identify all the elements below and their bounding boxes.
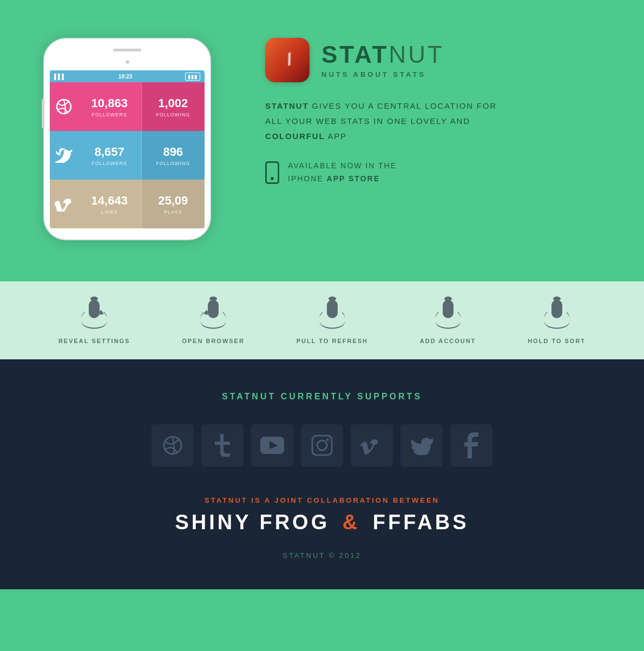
tumblr-social-icon (215, 434, 230, 457)
gestures-bar: REVEAL SETTINGS OPEN BROWSER PULL TO REF… (0, 281, 644, 359)
vimeo-icon (55, 196, 73, 212)
vimeo-plays-label: PLAYS (164, 209, 182, 215)
app-title-bold: STAT (321, 41, 389, 68)
app-icon: // (265, 38, 310, 82)
svg-rect-5 (208, 300, 219, 318)
dribbble-following-label: FOLLOWING (156, 112, 190, 117)
battery-icon: ▮▮▮ (185, 73, 200, 81)
app-tagline: NUTS ABOUT STATS (321, 70, 444, 78)
twitter-followers-cell: 8,657 FOLLOWERS (78, 131, 142, 180)
svg-rect-2 (89, 300, 100, 318)
dribbble-following-value: 1,002 (158, 96, 188, 110)
svg-text:TUBE: TUBE (273, 447, 284, 453)
gesture-sort-label: HOLD TO SORT (528, 338, 586, 344)
gesture-hold-sort: HOLD TO SORT (528, 297, 586, 344)
gesture-hold-icon (543, 297, 571, 330)
dribbble-following-cell: 1,002 FOLLOWING (142, 82, 205, 131)
phone-camera (126, 60, 129, 64)
clock: 18:23 (119, 74, 133, 80)
desc-statnut: STATNUT (265, 101, 308, 110)
gesture-add-label: ADD ACCOUNT (420, 338, 476, 344)
desc-app: APP (328, 131, 347, 141)
twitter-row: 8,657 FOLLOWERS 896 FOLLOWING (50, 131, 205, 180)
appstore-iphone: IPHONE (288, 174, 324, 183)
vimeo-row: 14,643 LIKES 25,09 PLAYS (50, 180, 205, 228)
social-icon-tumblr[interactable] (201, 424, 244, 466)
social-icon-facebook[interactable] (450, 424, 492, 466)
phone-outer: ▌▌▌ 18:23 ▮▮▮ 10,863 (43, 38, 211, 240)
dribbble-icon-cell (50, 82, 78, 131)
svg-point-16 (556, 309, 558, 311)
supports-title: STATNUT CURRENTLY SUPPORTS (43, 392, 601, 402)
twitter-icon (55, 148, 73, 163)
twitter-following-value: 896 (163, 145, 183, 159)
social-icon-instagram[interactable] (301, 424, 343, 466)
social-icon-twitter[interactable] (400, 424, 443, 466)
phone-mini-icon (265, 161, 279, 184)
vimeo-social-icon (360, 436, 384, 455)
svg-text:YOU: YOU (262, 447, 274, 453)
gesture-refresh-label: PULL TO REFRESH (297, 338, 368, 344)
gesture-pull-refresh: PULL TO REFRESH (297, 297, 368, 344)
status-bar: ▌▌▌ 18:23 ▮▮▮ (50, 70, 205, 82)
social-icon-youtube[interactable]: YOU TUBE (251, 424, 293, 466)
svg-marker-3 (100, 310, 104, 315)
social-icon-vimeo[interactable] (351, 424, 393, 466)
social-icons-row: YOU TUBE (43, 424, 601, 466)
phone-speaker (113, 49, 141, 51)
gesture-open-browser: OPEN BROWSER (182, 297, 245, 344)
signal-icon: ▌▌▌ (54, 74, 65, 80)
youtube-social-icon: YOU TUBE (260, 437, 284, 454)
appstore-link[interactable]: AVAILABLE NOW IN THE IPHONE APP STORE (265, 160, 601, 186)
hero-description: STATNUT GIVES YOU A CENTRAL LOCATION FOR… (265, 98, 503, 143)
vimeo-likes-value: 14,643 (91, 194, 128, 208)
dribbble-icon (56, 98, 72, 115)
social-icon-dribbble[interactable] (152, 424, 194, 466)
app-title-light: NUT (389, 41, 444, 68)
twitter-followers-value: 8,657 (95, 145, 124, 159)
gesture-browser-label: OPEN BROWSER (182, 338, 245, 344)
phone-top (50, 47, 205, 66)
appstore-text: AVAILABLE NOW IN THE IPHONE APP STORE (288, 160, 397, 186)
gesture-left-icon (199, 297, 227, 330)
svg-rect-22 (312, 436, 332, 455)
gesture-up-icon (434, 297, 462, 330)
dark-section: STATNUT CURRENTLY SUPPORTS YOU TUBE (0, 359, 644, 589)
gesture-reveal-settings: REVEAL SETTINGS (58, 297, 130, 344)
phone-screen: ▌▌▌ 18:23 ▮▮▮ 10,863 (50, 70, 205, 228)
twitter-following-label: FOLLOWING (156, 161, 190, 166)
gesture-right-icon (80, 297, 108, 330)
phone-side-button (42, 98, 44, 128)
collab-name2: FFFABS (373, 511, 469, 534)
vimeo-likes-label: LIKES (101, 209, 118, 215)
appstore-appstore: APP STORE (327, 174, 380, 183)
dribbble-social-icon (162, 435, 183, 456)
vimeo-icon-cell (50, 180, 78, 228)
phone-home-button (271, 177, 274, 180)
hero-content: // STATNUT NUTS ABOUT STATS STATNUT GIVE… (227, 32, 601, 186)
twitter-followers-label: FOLLOWERS (91, 161, 127, 166)
copyright: STATNUT © 2012 (43, 551, 601, 560)
svg-point-23 (317, 440, 327, 450)
brand-text-block: STATNUT NUTS ABOUT STATS (321, 42, 444, 78)
app-brand: // STATNUT NUTS ABOUT STATS (265, 38, 601, 82)
desc-colourful: COLOURFUL (265, 131, 325, 141)
facebook-social-icon (464, 432, 478, 458)
svg-point-24 (326, 439, 329, 442)
app-icon-marks: // (284, 51, 291, 69)
dribbble-row: 10,863 FOLLOWERS 1,002 FOLLOWING (50, 82, 205, 131)
collab-name1: SHINY FROG (175, 511, 330, 534)
collab-label: STATNUT IS A JOINT COLLABORATION BETWEEN (43, 496, 601, 504)
hero-section: ▌▌▌ 18:23 ▮▮▮ 10,863 (0, 0, 644, 281)
phone-mockup-container: ▌▌▌ 18:23 ▮▮▮ 10,863 (43, 32, 227, 240)
gesture-add-account: ADD ACCOUNT (420, 297, 476, 344)
gesture-down-icon (318, 297, 346, 330)
instagram-social-icon (311, 435, 333, 456)
vimeo-plays-value: 25,09 (158, 194, 188, 208)
vimeo-plays-cell: 25,09 PLAYS (142, 180, 205, 228)
appstore-line1: AVAILABLE NOW IN THE (288, 161, 397, 170)
svg-marker-6 (203, 310, 208, 315)
twitter-following-cell: 896 FOLLOWING (142, 131, 205, 180)
twitter-social-icon (410, 436, 433, 455)
vimeo-likes-cell: 14,643 LIKES (78, 180, 142, 228)
